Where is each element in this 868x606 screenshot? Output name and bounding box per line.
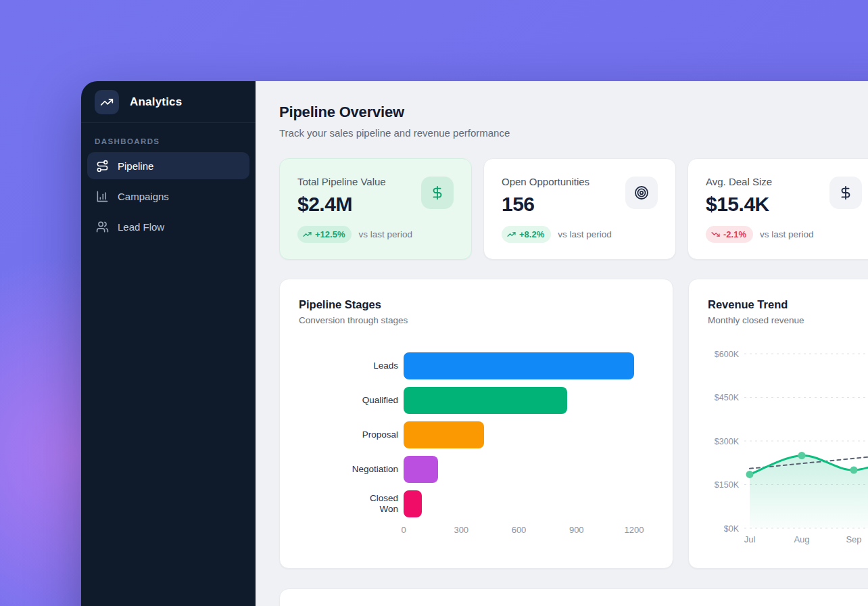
bar-chart-rows: LeadsQualifiedProposalNegotiationClosed … xyxy=(299,352,654,517)
y-axis-tick: $150K xyxy=(715,480,740,490)
line-chart-svg: $600K$450K$300K$150K$0KJulAugSep xyxy=(708,344,868,553)
page-subtitle: Track your sales pipeline and revenue pe… xyxy=(279,127,868,139)
page-title: Pipeline Overview xyxy=(279,103,868,121)
bar-track xyxy=(404,456,634,483)
chart-subtitle: Monthly closed revenue xyxy=(708,315,868,325)
sidebar-item-label: Pipeline xyxy=(118,160,153,172)
bar-row: Qualified xyxy=(299,387,654,414)
trending-up-icon xyxy=(303,230,312,239)
trending-up-icon xyxy=(507,230,516,239)
bar-track xyxy=(404,387,634,414)
trending-down-icon xyxy=(711,230,720,239)
analytics-logo xyxy=(95,90,119,114)
sidebar-item-pipeline[interactable]: Pipeline xyxy=(87,152,249,179)
sidebar-header: Analytics xyxy=(81,81,256,123)
x-axis-tick: 600 xyxy=(512,525,527,535)
trending-up-icon xyxy=(100,95,114,109)
data-point xyxy=(850,467,858,474)
bar xyxy=(404,387,567,414)
kpi-card-avg-deal-size: Avg. Deal Size $15.4K -2.1% vs last peri… xyxy=(688,158,868,260)
bar-category-label: Negotiation xyxy=(299,464,398,475)
bar xyxy=(404,456,438,483)
users-icon xyxy=(96,220,109,233)
chart-title: Revenue Trend xyxy=(708,298,868,311)
sidebar-item-label: Campaigns xyxy=(118,191,169,202)
bar-chart-axis: 03006009001200 xyxy=(404,525,634,537)
x-axis-tick: 300 xyxy=(454,525,468,535)
sidebar-item-campaigns[interactable]: Campaigns xyxy=(87,183,249,210)
y-axis-tick: $0K xyxy=(724,524,740,534)
bar xyxy=(404,490,422,517)
x-axis-tick: Aug xyxy=(794,534,809,544)
sidebar-item-label: Lead Flow xyxy=(118,221,164,233)
x-axis-tick: 0 xyxy=(401,525,406,535)
bar-chart-icon xyxy=(96,190,109,203)
bar-row: Proposal xyxy=(299,421,654,448)
sidebar-item-lead-flow[interactable]: Lead Flow xyxy=(87,213,249,240)
bar-row: Closed Won xyxy=(299,490,654,517)
vs-last-period-label: vs last period xyxy=(558,229,612,239)
partial-card xyxy=(279,588,868,606)
bar-row: Leads xyxy=(299,352,654,379)
bar-track xyxy=(404,490,634,517)
x-axis-tick: 1200 xyxy=(625,525,644,535)
app-window: Analytics DASHBOARDS Pipeline Campaigns xyxy=(81,81,868,606)
revenue-area xyxy=(750,452,868,528)
target-icon xyxy=(625,177,658,209)
vs-last-period-label: vs last period xyxy=(760,229,814,239)
bar xyxy=(404,421,484,448)
bar-chart: LeadsQualifiedProposalNegotiationClosed … xyxy=(299,352,654,537)
kpi-card-total-pipeline-value: Total Pipeline Value $2.4M +12.5% vs las… xyxy=(279,158,472,260)
y-axis-tick: $300K xyxy=(715,437,740,446)
sidebar-nav: Pipeline Campaigns Lead Flow xyxy=(81,152,256,243)
revenue-trend-card: Revenue Trend Monthly closed revenue $60… xyxy=(688,279,868,569)
bar-track xyxy=(404,352,634,379)
chart-subtitle: Conversion through stages xyxy=(299,315,654,325)
pipeline-stages-card: Pipeline Stages Conversion through stage… xyxy=(279,279,673,569)
bar-category-label: Leads xyxy=(299,360,398,371)
data-point xyxy=(798,452,806,459)
y-axis-tick: $600K xyxy=(715,350,740,359)
route-icon xyxy=(96,160,109,172)
change-badge: +12.5% xyxy=(297,226,352,243)
x-axis-tick: Jul xyxy=(744,534,756,544)
bar-category-label: Proposal xyxy=(299,429,398,440)
bar-category-label: Qualified xyxy=(299,395,398,406)
dollar-icon xyxy=(829,177,862,209)
x-axis-tick: 900 xyxy=(569,525,584,535)
vs-last-period-label: vs last period xyxy=(358,229,412,239)
kpi-row: Total Pipeline Value $2.4M +12.5% vs las… xyxy=(279,158,868,260)
data-point xyxy=(746,471,754,478)
brand-title: Analytics xyxy=(130,95,182,109)
change-badge: -2.1% xyxy=(706,226,753,243)
kpi-card-open-opportunities: Open Opportunities 156 +8.2% vs last per… xyxy=(483,158,676,260)
sidebar-section-label: DASHBOARDS xyxy=(81,123,256,152)
bar-row: Negotiation xyxy=(299,456,654,483)
change-badge: +8.2% xyxy=(502,226,551,243)
bar-track xyxy=(404,421,634,448)
bar-category-label: Closed Won xyxy=(299,493,398,515)
main-content: Pipeline Overview Track your sales pipel… xyxy=(256,81,868,606)
sidebar: Analytics DASHBOARDS Pipeline Campaigns xyxy=(81,81,256,606)
bar xyxy=(404,352,634,379)
dollar-icon xyxy=(421,177,454,209)
charts-row: Pipeline Stages Conversion through stage… xyxy=(279,279,868,569)
chart-title: Pipeline Stages xyxy=(299,298,654,311)
x-axis-tick: Sep xyxy=(846,534,861,544)
y-axis-tick: $450K xyxy=(715,393,740,402)
desktop-background: Analytics DASHBOARDS Pipeline Campaigns xyxy=(0,0,868,606)
